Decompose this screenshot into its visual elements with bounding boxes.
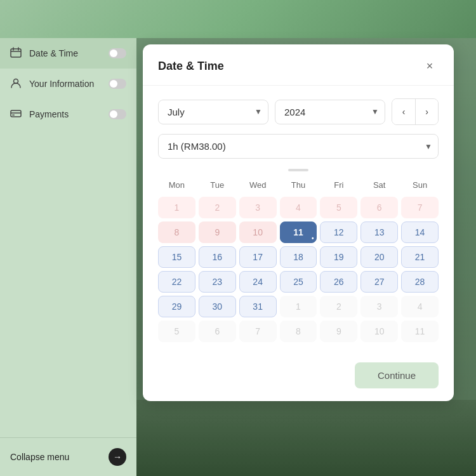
date-time-modal: Date & Time × January February March Apr… [143,44,454,401]
cal-day-22[interactable]: 22 [158,271,195,293]
cal-header-thu: Thu [280,176,317,194]
cal-day-20[interactable]: 20 [360,246,398,268]
cal-day-28[interactable]: 28 [401,271,439,293]
sidebar-item-payments-toggle[interactable] [109,109,126,119]
cal-header-fri: Fri [320,176,357,194]
cal-day-aug10: 10 [360,321,398,342]
cal-day-21[interactable]: 21 [401,246,439,268]
cal-header-tue: Tue [199,176,236,194]
continue-button[interactable]: Continue [355,362,439,388]
cal-day-aug11: 11 [401,321,439,342]
modal-title: Date & Time [158,60,224,73]
month-select-wrapper: January February March April May June Ju… [158,100,268,124]
cal-day-aug2: 2 [320,296,357,317]
cal-day-24[interactable]: 24 [239,271,277,293]
cal-header-mon: Mon [158,176,195,194]
sidebar-item-your-information-toggle[interactable] [109,79,126,89]
cal-day-18[interactable]: 18 [280,246,317,268]
cal-day-aug1: 1 [280,296,317,317]
calendar: Mon Tue Wed Thu Fri Sat Sun 1 2 3 4 5 6 … [158,176,439,342]
prev-month-button[interactable]: ‹ [392,99,415,124]
sidebar-item-your-information-label: Your Information [29,79,109,89]
cal-day-9: 9 [199,221,236,243]
cal-day-23[interactable]: 23 [199,271,236,293]
cal-day-12[interactable]: 12 [320,221,357,243]
modal-header: Date & Time × [143,44,454,86]
svg-rect-0 [11,49,21,57]
cal-day-13[interactable]: 13 [360,221,398,243]
month-select[interactable]: January February March April May June Ju… [158,100,268,124]
cal-day-16[interactable]: 16 [199,246,236,268]
cal-day-aug3: 3 [360,296,398,317]
cal-day-aug4: 4 [401,296,439,317]
scroll-dot [288,169,308,171]
calendar-nav-buttons: ‹ › [392,98,439,125]
cal-day-10: 10 [239,221,277,243]
cal-day-5: 5 [320,197,357,218]
cal-day-aug7: 7 [239,321,277,342]
sidebar-item-date-time[interactable]: Date & Time [0,38,136,69]
sidebar-item-date-time-label: Date & Time [29,48,109,58]
svg-rect-2 [11,110,21,117]
card-icon [10,108,23,121]
duration-select-wrapper: 1h (RM38.00) 2h (RM68.00) 3h (RM98.00) ▼ [158,134,439,159]
cal-day-aug5: 5 [158,321,195,342]
person-icon [10,77,23,90]
cal-day-6: 6 [360,197,398,218]
cal-day-27[interactable]: 27 [360,271,398,293]
cal-day-15[interactable]: 15 [158,246,195,268]
cal-day-7: 7 [401,197,439,218]
collapse-menu-icon: → [109,448,126,466]
cal-day-1: 1 [158,197,195,218]
scroll-indicator [158,169,439,171]
collapse-menu-label: Collapse menu [10,452,109,462]
year-select-wrapper: 2023 2024 2025 ▼ [275,100,385,124]
calendar-grid: Mon Tue Wed Thu Fri Sat Sun 1 2 3 4 5 6 … [158,176,439,342]
cal-day-8: 8 [158,221,195,243]
cal-day-11[interactable]: 11 [280,221,317,243]
cal-day-26[interactable]: 26 [320,271,357,293]
cal-day-aug9: 9 [320,321,357,342]
cal-header-wed: Wed [239,176,277,194]
cal-day-aug8: 8 [280,321,317,342]
svg-rect-3 [12,115,15,116]
modal-body: January February March April May June Ju… [143,86,454,355]
cal-day-29[interactable]: 29 [158,296,195,317]
cal-day-3: 3 [239,197,277,218]
next-month-button[interactable]: › [415,99,438,124]
collapse-menu[interactable]: Collapse menu → [0,437,136,476]
bg-top [0,0,476,38]
cal-day-2: 2 [199,197,236,218]
cal-day-17[interactable]: 17 [239,246,277,268]
sidebar-item-your-information[interactable]: Your Information [0,69,136,99]
modal-close-button[interactable]: × [421,57,439,75]
arrow-right-icon: → [113,452,122,462]
cal-day-aug6: 6 [199,321,236,342]
cal-day-4: 4 [280,197,317,218]
month-year-controls: January February March April May June Ju… [158,98,439,125]
cal-day-19[interactable]: 19 [320,246,357,268]
sidebar-item-date-time-toggle[interactable] [109,48,126,58]
cal-day-14[interactable]: 14 [401,221,439,243]
cal-header-sat: Sat [360,176,398,194]
duration-select[interactable]: 1h (RM38.00) 2h (RM68.00) 3h (RM98.00) [158,134,439,159]
modal-overlay: Date & Time × January February March Apr… [136,38,476,476]
cal-header-sun: Sun [401,176,439,194]
cal-day-30[interactable]: 30 [199,296,236,317]
cal-day-31[interactable]: 31 [239,296,277,317]
cal-day-25[interactable]: 25 [280,271,317,293]
calendar-icon [10,47,23,60]
sidebar-item-payments[interactable]: Payments [0,99,136,129]
modal-footer: Continue [143,355,454,401]
sidebar-item-payments-label: Payments [29,109,109,119]
sidebar: Date & Time Your Information Payments Co… [0,38,136,476]
duration-row: 1h (RM38.00) 2h (RM68.00) 3h (RM98.00) ▼ [158,134,439,159]
year-select[interactable]: 2023 2024 2025 [275,100,385,124]
